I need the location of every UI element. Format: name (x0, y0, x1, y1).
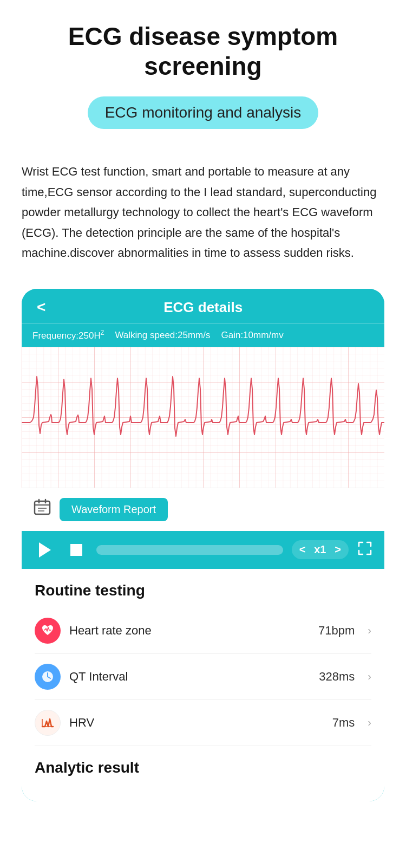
svg-rect-2 (22, 347, 384, 488)
progress-bar[interactable] (96, 545, 283, 555)
analytic-result-title: Analytic result (35, 759, 371, 776)
routine-section-title: Routine testing (35, 582, 371, 599)
stop-button[interactable] (65, 539, 88, 561)
qt-interval-icon (35, 664, 61, 690)
ecg-header: < ECG details (22, 289, 384, 324)
page-title: ECG disease symptom screening (22, 22, 384, 81)
hrv-icon (35, 710, 61, 736)
speed-decrease-button[interactable]: < (299, 543, 306, 556)
analytic-section: Analytic result (22, 746, 384, 801)
play-button[interactable] (34, 539, 56, 561)
hrv-value: 7ms (332, 716, 355, 730)
heart-rate-value: 71bpm (318, 624, 355, 638)
play-triangle-icon (39, 542, 51, 558)
qt-interval-row[interactable]: QT Interval 328ms › (35, 654, 371, 700)
heart-rate-chevron-icon: › (368, 624, 371, 637)
qt-interval-label: QT Interval (69, 670, 310, 684)
speed-value-label: x1 (312, 543, 328, 556)
waveform-report-button[interactable]: Waveform Report (60, 498, 168, 521)
heart-rate-row[interactable]: Heart rate zone 71bpm › (35, 608, 371, 654)
page-wrapper: ECG disease symptom screening ECG monito… (0, 0, 406, 823)
hrv-label: HRV (69, 716, 324, 730)
subtitle-badge: ECG monitoring and analysis (88, 96, 319, 129)
heart-rate-label: Heart rate zone (69, 624, 310, 638)
ecg-info-row: Frequency:250HZ Walking speed:25mm/s Gai… (22, 324, 384, 347)
playback-bar: < x1 > (22, 531, 384, 569)
ecg-details-title: ECG details (58, 299, 348, 316)
svg-rect-3 (35, 501, 50, 514)
waveform-row: Waveform Report (22, 488, 384, 531)
frequency-text: Frequency:250HZ (32, 329, 104, 341)
description-text: Wrist ECG test function, smart and porta… (22, 161, 384, 263)
fullscreen-button[interactable] (357, 541, 372, 559)
ecg-chart (22, 347, 384, 488)
gain-text: Gain:10mm/mv (221, 330, 283, 341)
hrv-row[interactable]: HRV 7ms › (35, 700, 371, 746)
stop-square-icon (70, 544, 82, 556)
speed-increase-button[interactable]: > (335, 543, 341, 556)
routine-section: Routine testing Heart rate zone 71bpm › (22, 569, 384, 746)
qt-interval-chevron-icon: › (368, 670, 371, 683)
walking-speed-text: Walking speed:25mm/s (115, 330, 210, 341)
report-icon (32, 498, 52, 521)
app-card: < ECG details Frequency:250HZ Walking sp… (22, 289, 384, 801)
speed-control: < x1 > (292, 540, 349, 559)
heart-rate-icon (35, 618, 61, 644)
qt-interval-value: 328ms (319, 670, 355, 684)
back-button[interactable]: < (37, 299, 45, 316)
hrv-chevron-icon: › (368, 716, 371, 729)
